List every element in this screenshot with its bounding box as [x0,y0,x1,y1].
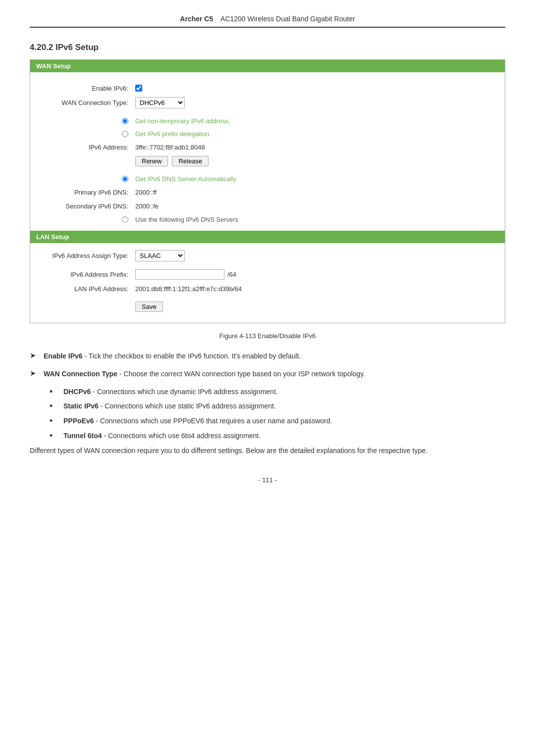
enable-ipv6-checkbox[interactable] [135,85,142,92]
secondary-dns-value: 2000::fe [135,202,499,210]
enable-ipv6-value [135,85,499,92]
assign-type-value: SLAAC DHCPv6 [135,250,499,261]
save-button-container: Save [135,302,499,312]
bullet-tunnel-6to4: Tunnel 6to4 - Connections which use 6to4… [50,431,505,442]
description-section: ➤ Enable IPv6 - Tick the checkbox to ena… [30,351,505,456]
bullet-bold-tunnel: Tunnel 6to4 [63,432,102,440]
wan-connection-type-value: DHCPv6 Static IPv6 PPPoEv6 Tunnel 6to4 [135,97,499,108]
bullet-pppoev6: PPPoEv6 - Connections which use PPPoEV6 … [50,416,505,427]
radio-dns-manual-row: Use the following IPv6 DNS Servers [30,213,505,226]
lan-setup-header: LAN Setup [30,231,505,243]
radio-dns-auto-row: Get IPv6 DNS Server Automatically [30,172,505,185]
paragraph-text: Different types of WAN connection requir… [30,445,505,456]
bullet-rest-static: - Connections which use static IPv6 addr… [99,402,276,410]
assign-type-select[interactable]: SLAAC DHCPv6 [135,250,185,261]
config-box: WAN Setup Enable IPv6: WAN Connection Ty… [30,59,505,323]
desc-bold-enable-ipv6: Enable IPv6 [44,352,83,360]
bullet-list: DHCPv6 - Connections which use dynamic I… [50,387,505,441]
prefix-value: 2001:db8:ffff:1:: /64 [135,269,499,280]
radio-prefix-label: Get IPv6 prefix delegation. [135,130,499,138]
wan-connection-type-label: WAN Connection Type: [36,99,135,106]
wan-setup-header: WAN Setup [30,60,505,72]
bullet-static-ipv6: Static IPv6 - Connections which use stat… [50,401,505,412]
bullet-rest-dhcpv6: - Connections which use dynamic IPv6 add… [91,388,277,396]
renew-release-buttons: Renew Release [135,156,499,166]
save-button[interactable]: Save [135,302,163,312]
desc-text-wan-type: WAN Connection Type - Choose the correct… [44,368,365,379]
primary-dns-value: 2000::ff [135,189,499,196]
radio-prefix[interactable] [122,131,128,137]
assign-type-label: IPv6 Address Assign Type: [36,252,135,259]
primary-dns-row: Primary IPv6 DNS: 2000::ff [30,185,505,199]
header-bar: Archer C5 AC1200 Wireless Dual Band Giga… [30,15,505,28]
bullet-bold-dhcpv6: DHCPv6 [63,388,91,396]
bullet-rest-tunnel: - Connections which use 6to4 address ass… [102,432,261,440]
figure-caption: Figure 4-113 Enable/Disable IPv6 [30,332,505,340]
prefix-row: IPv6 Address Prefix: 2001:db8:ffff:1:: /… [30,267,505,282]
ipv6-address-row: IPv6 Address: 3ffe::7702:f8f:adb1:8048 [30,140,505,154]
lan-ipv6-value: 2001:db8:ffff:1:12f1:a2fff:e7c:d39b/64 [135,285,499,293]
arrow-icon-1: ➤ [30,351,39,360]
arrow-icon-2: ➤ [30,369,39,378]
secondary-dns-row: Secondary IPv6 DNS: 2000::fe [30,199,505,213]
page-number: - 111 - [30,476,505,484]
save-row: Save [30,300,505,314]
bullet-text-tunnel: Tunnel 6to4 - Connections which use 6to4… [63,431,261,441]
product-description: AC1200 Wireless Dual Band Gigabit Router [220,15,355,23]
assign-type-row: IPv6 Address Assign Type: SLAAC DHCPv6 [30,248,505,263]
wan-setup-content: Enable IPv6: WAN Connection Type: DHCPv6… [30,72,505,231]
enable-ipv6-label: Enable IPv6: [36,85,135,92]
renew-release-row: Renew Release [30,154,505,168]
desc-rest-wan-type: - Choose the correct WAN connection type… [117,370,365,378]
desc-item-enable-ipv6: ➤ Enable IPv6 - Tick the checkbox to ena… [30,351,505,361]
desc-item-wan-type: ➤ WAN Connection Type - Choose the corre… [30,368,505,379]
ipv6-address-label: IPv6 Address: [36,144,135,151]
bullet-bold-pppoe: PPPoEv6 [63,417,94,425]
radio-dns-manual[interactable] [122,216,128,223]
bullet-text-static: Static IPv6 - Connections which use stat… [63,401,276,411]
radio-non-temp[interactable] [122,118,128,124]
prefix-input[interactable]: 2001:db8:ffff:1:: [135,269,224,280]
radio-dns-manual-label: Use the following IPv6 DNS Servers [135,216,499,223]
ipv6-address-value: 3ffe::7702:f8f:adb1:8048 [135,144,499,151]
desc-bold-wan-type: WAN Connection Type [44,370,117,378]
desc-text-enable-ipv6: Enable IPv6 - Tick the checkbox to enabl… [44,351,301,361]
radio-dns-auto[interactable] [122,176,128,182]
section-title: 4.20.2 IPv6 Setup [30,43,505,52]
radio-dns-manual-indent [36,216,135,223]
wan-connection-type-row: WAN Connection Type: DHCPv6 Static IPv6 … [30,95,505,110]
lan-setup-content: IPv6 Address Assign Type: SLAAC DHCPv6 I… [30,243,505,323]
wan-connection-type-select[interactable]: DHCPv6 Static IPv6 PPPoEv6 Tunnel 6to4 [135,97,185,108]
lan-ipv6-label: LAN IPv6 Address: [36,285,135,293]
secondary-dns-label: Secondary IPv6 DNS: [36,202,135,210]
bullet-rest-pppoe: - Connections which use PPPoEV6 that req… [94,417,332,425]
prefix-suffix-label: /64 [227,271,236,278]
renew-button[interactable]: Renew [135,156,168,166]
radio-prefix-row: Get IPv6 prefix delegation. [30,127,505,140]
desc-rest-enable-ipv6: - Tick the checkbox to enable the IPv6 f… [83,352,301,360]
release-button[interactable]: Release [172,156,209,166]
bullet-text-dhcpv6: DHCPv6 - Connections which use dynamic I… [63,387,278,397]
radio-non-temp-label: Get non-temporary IPv6 address. [135,117,499,125]
bullet-dhcpv6: DHCPv6 - Connections which use dynamic I… [50,387,505,398]
radio-non-temp-indent [36,118,135,124]
radio-prefix-indent [36,131,135,137]
bullet-bold-static: Static IPv6 [63,402,99,410]
lan-ipv6-row: LAN IPv6 Address: 2001:db8:ffff:1:12f1:a… [30,282,505,296]
bullet-text-pppoe: PPPoEv6 - Connections which use PPPoEV6 … [63,416,332,426]
prefix-label: IPv6 Address Prefix: [36,271,135,278]
prefix-suffix-group: 2001:db8:ffff:1:: /64 [135,269,236,280]
radio-non-temp-row: Get non-temporary IPv6 address. [30,114,505,127]
primary-dns-label: Primary IPv6 DNS: [36,189,135,196]
brand-name: Archer C5 [180,15,213,23]
radio-dns-auto-indent [36,176,135,182]
enable-ipv6-row: Enable IPv6: [30,81,505,95]
radio-dns-auto-label: Get IPv6 DNS Server Automatically [135,175,499,183]
